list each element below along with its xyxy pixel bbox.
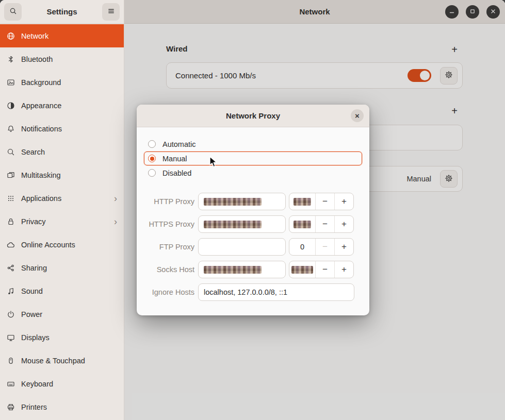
radio-selected-icon [148,155,156,162]
monitor-icon [7,333,15,342]
sidebar-item-label: Background [21,78,61,87]
ignore-hosts-row: Ignore Hosts localhost, 127.0.0.0/8, ::1 [137,283,369,301]
printer-icon [7,403,15,411]
https-proxy-label: HTTPS Proxy [137,215,194,233]
ftp-proxy-row: FTP Proxy 0 − + [137,238,369,256]
radio-option-manual[interactable]: Manual [144,152,362,165]
sidebar-item-network[interactable]: Network [0,24,124,47]
socks-host-row: Socks Host − + [137,261,369,278]
share-icon [7,264,15,272]
settings-window: Settings Network Bluetooth Background [0,0,505,420]
sidebar-item-privacy[interactable]: Privacy › [0,210,124,233]
network-proxy-dialog: Network Proxy × Automatic Manual Disable… [137,105,369,315]
http-proxy-input[interactable] [198,193,286,210]
ignore-hosts-input[interactable]: localhost, 127.0.0.0/8, ::1 [198,283,354,301]
sidebar-item-search[interactable]: Search [0,140,124,163]
http-proxy-row: HTTP Proxy − + [137,193,369,210]
mouse-icon [7,357,15,365]
increment-button[interactable]: + [334,193,353,210]
sidebar-item-label: Appearance [21,102,61,110]
search-button[interactable] [4,3,22,21]
sidebar-headerbar: Settings [0,0,124,24]
sidebar-item-label: Multitasking [21,171,61,179]
socks-port-value [289,261,315,278]
https-port-spinbutton[interactable]: − + [289,215,354,233]
sidebar-item-sharing[interactable]: Sharing [0,256,124,279]
decrement-button[interactable]: − [315,239,334,255]
sidebar-item-label: Search [21,148,45,156]
sidebar-item-appearance[interactable]: Appearance [0,94,124,117]
sidebar-list: Network Bluetooth Background Appearance … [0,24,124,418]
dialog-title: Network Proxy [226,111,280,120]
proxy-mode-radio-group: Automatic Manual Disabled [144,137,362,180]
radio-option-disabled[interactable]: Disabled [144,166,362,180]
http-port-spinbutton[interactable]: − + [289,193,354,210]
increment-button[interactable]: + [334,239,353,255]
ignore-hosts-label: Ignore Hosts [137,283,194,301]
radio-option-automatic[interactable]: Automatic [144,137,362,151]
app-grid-icon [7,194,15,203]
increment-button[interactable]: + [334,261,353,278]
socks-port-spinbutton[interactable]: − + [289,261,354,278]
dialog-headerbar: Network Proxy × [137,105,369,127]
sidebar-item-notifications[interactable]: Notifications [0,117,124,140]
sidebar-item-label: Mouse & Touchpad [21,357,85,365]
https-proxy-row: HTTPS Proxy − + [137,215,369,233]
sidebar-item-printers[interactable]: Printers [0,395,124,418]
ftp-proxy-input[interactable] [198,238,286,256]
hamburger-menu-icon [107,7,115,16]
redacted-value [204,221,262,228]
music-note-icon [7,287,15,295]
sidebar-item-background[interactable]: Background [0,71,124,94]
ftp-port-spinbutton[interactable]: 0 − + [289,238,354,256]
globe-icon [7,32,15,40]
sidebar-item-keyboard[interactable]: Keyboard [0,372,124,395]
sidebar-item-label: Displays [21,333,50,342]
http-port-value [289,193,315,210]
search-icon [9,7,17,16]
sidebar-item-bluetooth[interactable]: Bluetooth [0,47,124,71]
mouse-cursor [208,156,219,170]
dialog-close-button[interactable]: × [351,109,364,122]
sidebar: Settings Network Bluetooth Background [0,0,124,420]
appearance-icon [7,102,15,110]
ftp-proxy-label: FTP Proxy [137,238,194,256]
redacted-value [294,221,311,228]
radio-label: Automatic [162,140,196,148]
sidebar-item-displays[interactable]: Displays [0,326,124,349]
radio-label: Manual [162,155,187,163]
radio-icon [148,169,156,177]
sidebar-item-label: Network [21,32,48,40]
chevron-right-icon: › [114,217,117,226]
redacted-value [294,198,311,206]
picture-icon [7,78,15,87]
redacted-value [204,198,262,206]
sidebar-item-label: Privacy [21,217,46,226]
ignore-hosts-value: localhost, 127.0.0.0/8, ::1 [204,288,287,296]
decrement-button[interactable]: − [315,193,334,210]
menu-button[interactable] [102,3,120,21]
sidebar-item-label: Online Accounts [21,241,75,249]
sidebar-item-label: Notifications [21,125,62,133]
power-icon [7,310,15,318]
sidebar-item-sound[interactable]: Sound [0,279,124,303]
close-icon: × [355,111,360,120]
sidebar-item-mouse-touchpad[interactable]: Mouse & Touchpad [0,349,124,372]
decrement-button[interactable]: − [315,216,334,232]
bell-icon [7,125,15,133]
sidebar-item-label: Applications [21,194,61,203]
sidebar-item-online-accounts[interactable]: Online Accounts [0,233,124,256]
https-proxy-input[interactable] [198,215,286,233]
socks-host-input[interactable] [198,261,286,278]
lock-icon [7,217,15,226]
cloud-icon [7,241,15,249]
sidebar-item-applications[interactable]: Applications › [0,187,124,210]
https-port-value [289,216,315,232]
sidebar-item-power[interactable]: Power [0,303,124,326]
http-proxy-label: HTTP Proxy [137,193,194,210]
chevron-right-icon: › [114,194,117,203]
increment-button[interactable]: + [334,216,353,232]
decrement-button[interactable]: − [315,261,334,278]
settings-title: Settings [25,7,99,16]
sidebar-item-multitasking[interactable]: Multitasking [0,163,124,187]
